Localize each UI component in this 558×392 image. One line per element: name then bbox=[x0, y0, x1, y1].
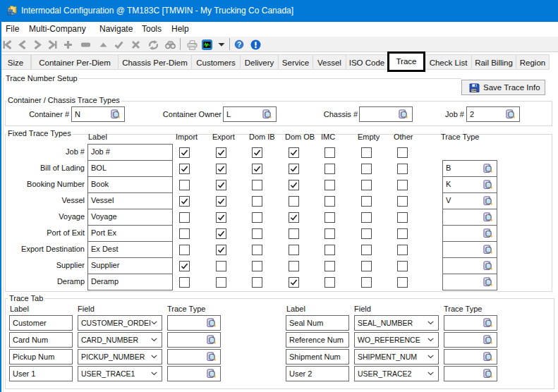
svg-text:?: ? bbox=[236, 41, 241, 49]
